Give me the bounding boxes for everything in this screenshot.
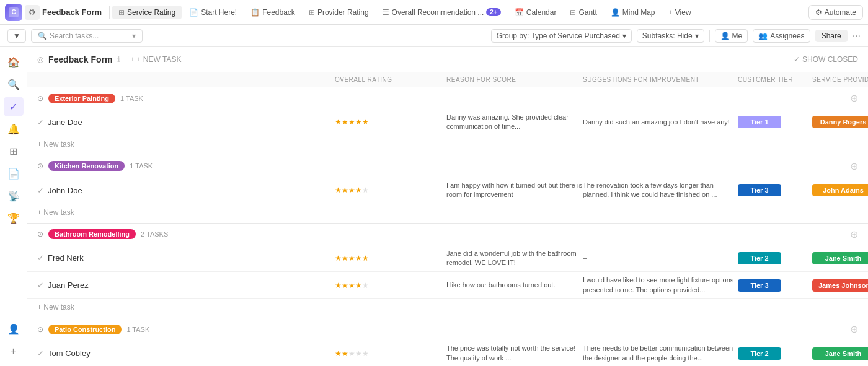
sidebar-item-add[interactable]: + [4, 341, 24, 361]
col-reason: REASON FOR SCORE [446, 76, 583, 83]
collapse-icon[interactable]: ◎ [37, 55, 43, 64]
settings-icon[interactable]: ⚙ [25, 5, 40, 20]
show-closed-label: SHOW CLOSED [802, 55, 858, 64]
section-tag: Bathroom Remodelling [48, 229, 136, 239]
section-header-bathroom-remodelling[interactable]: ⊙ Bathroom Remodelling 2 TASKS ⊕ [27, 224, 868, 245]
tab-mind-map[interactable]: 👤 Mind Map [604, 6, 662, 19]
collapse-icon[interactable]: ⊙ [37, 94, 43, 103]
app-logo[interactable]: C [5, 4, 22, 21]
suggestion-text: I would have liked to see more light fix… [583, 276, 738, 295]
tab-calendar[interactable]: 📅 Calendar [508, 6, 563, 19]
section-add-button[interactable]: ⊕ [850, 160, 858, 172]
check-icon[interactable]: ✓ [37, 253, 44, 263]
collapse-icon[interactable]: ⊙ [37, 325, 43, 334]
section-bathroom-remodelling: ⊙ Bathroom Remodelling 2 TASKS ⊕ ✓ Fred … [27, 224, 868, 319]
tab-label: Start Here! [201, 8, 237, 17]
automate-label: Automate [825, 8, 856, 17]
section-count: 1 TASK [126, 326, 149, 333]
section-add-button[interactable]: ⊕ [850, 92, 858, 104]
assignees-button[interactable]: 👥 Assignees [753, 29, 810, 43]
check-icon[interactable]: ✓ [37, 186, 44, 195]
tab-feedback[interactable]: 📋 Feedback [244, 6, 301, 19]
search-input[interactable]: 🔍 Search tasks... ▾ [31, 29, 143, 43]
table-row: ✓ Tom Cobley ★★★★★ The price was totally… [27, 340, 868, 366]
section-tag: Patio Construction [48, 325, 122, 334]
task-name-cell: ✓ Jane Doe [37, 118, 335, 127]
filter-button[interactable]: ▼ [7, 29, 26, 43]
reason-text: The price was totally not worth the serv… [446, 344, 583, 363]
provider-cell: John Adams [812, 184, 868, 196]
tab-icon: ⊞ [118, 8, 125, 17]
stars-cell: ★★★★★ [335, 118, 446, 126]
task-name[interactable]: Jane Doe [48, 118, 82, 127]
section-header-exterior-painting[interactable]: ⊙ Exterior Painting 1 TASK ⊕ [27, 87, 868, 109]
check-icon[interactable]: ✓ [37, 118, 44, 127]
tier-badge: Tier 1 [738, 116, 781, 128]
task-name[interactable]: Juan Perez [48, 281, 89, 290]
task-name[interactable]: Tom Cobley [48, 349, 91, 358]
provider-cell: Jane Smith [812, 347, 868, 360]
tab-service-rating[interactable]: ⊞ Service Rating [112, 6, 182, 19]
tab-provider-rating[interactable]: ⊞ Provider Rating [303, 6, 375, 19]
content-header: ◎ Feedback Form ℹ + + NEW TASK ✓ SHOW CL… [27, 47, 868, 72]
tier-badge: Tier 2 [738, 252, 781, 264]
tab-icon: 📄 [189, 8, 198, 17]
automate-icon: ⚙ [815, 8, 822, 17]
check-icon[interactable]: ✓ [37, 349, 44, 358]
collapse-icon[interactable]: ⊙ [37, 230, 43, 238]
provider-badge: James Johnson [812, 279, 868, 292]
new-task-button[interactable]: + + NEW TASK [125, 53, 186, 66]
section-header-patio-construction[interactable]: ⊙ Patio Construction 1 TASK ⊕ [27, 318, 868, 340]
more-button[interactable]: ··· [852, 30, 861, 41]
section-count: 2 TASKS [141, 230, 168, 238]
section-tag: Exterior Painting [48, 94, 115, 103]
share-button[interactable]: Share [815, 30, 848, 42]
tier-badge: Tier 2 [738, 347, 781, 360]
section-header-kitchen-renovation[interactable]: ⊙ Kitchen Renovation 1 TASK ⊕ [27, 155, 868, 177]
task-name[interactable]: Fred Nerk [48, 253, 84, 263]
share-label: Share [822, 32, 841, 40]
layout: 🏠 🔍 ✓ 🔔 ⊞ 📄 📡 🏆 👤 + ◎ Feedback Form ℹ + … [0, 47, 868, 366]
sidebar-item-search[interactable]: 🔍 [4, 74, 24, 94]
plus-icon: + [130, 55, 135, 64]
automate-button[interactable]: ⚙ Automate [808, 5, 863, 20]
new-task-link[interactable]: + New task [37, 303, 74, 312]
sidebar-item-home[interactable]: 🏠 [4, 52, 24, 72]
add-view-button[interactable]: + View [662, 6, 697, 19]
section-kitchen-renovation: ⊙ Kitchen Renovation 1 TASK ⊕ ✓ John Doe… [27, 155, 868, 224]
suggestion-text: There needs to be better communication b… [583, 344, 738, 363]
table-header: OVERALL RATING REASON FOR SCORE SUGGESTI… [27, 72, 868, 87]
add-view-label: + View [668, 8, 691, 17]
check-icon[interactable]: ✓ [37, 281, 44, 290]
tab-gantt[interactable]: ⊟ Gantt [564, 6, 603, 19]
check-icon: ✓ [794, 55, 800, 64]
info-icon[interactable]: ℹ [117, 55, 120, 64]
tab-label: Overall Recommendation ... [392, 8, 484, 17]
tab-overall-recommendation[interactable]: ☰ Overall Recommendation ... 2+ [376, 6, 507, 19]
me-button[interactable]: 👤 Me [715, 29, 748, 43]
collapse-icon[interactable]: ⊙ [37, 162, 43, 170]
sidebar-item-notifications[interactable]: 🔔 [4, 119, 24, 139]
tab-start-here[interactable]: 📄 Start Here! [183, 6, 243, 19]
sidebar-item-grid[interactable]: ⊞ [4, 141, 24, 161]
sidebar-item-docs[interactable]: 📄 [4, 163, 24, 183]
tab-icon: 👤 [611, 8, 620, 17]
provider-badge: Jane Smith [812, 347, 868, 360]
sidebar-item-integrations[interactable]: 📡 [4, 186, 24, 206]
assignees-label: Assignees [770, 32, 804, 40]
task-name[interactable]: John Doe [48, 186, 82, 195]
section-add-button[interactable]: ⊕ [850, 229, 858, 240]
sidebar-item-goals[interactable]: 🏆 [4, 208, 24, 228]
show-closed-button[interactable]: ✓ SHOW CLOSED [794, 55, 858, 64]
new-task-link[interactable]: + New task [37, 208, 74, 217]
task-name-cell: ✓ Tom Cobley [37, 349, 335, 358]
group-by-button[interactable]: Group by: Type of Service Purchased ▾ [491, 29, 632, 43]
subtasks-button[interactable]: Subtasks: Hide ▾ [637, 29, 704, 43]
provider-cell: Danny Rogers [812, 116, 868, 128]
sidebar-item-tasks[interactable]: ✓ [4, 97, 24, 116]
new-task-link[interactable]: + New task [37, 140, 74, 149]
sidebar-item-invite[interactable]: 👤 [4, 319, 24, 339]
section-add-button[interactable]: ⊕ [850, 323, 858, 335]
provider-badge: Jane Smith [812, 252, 868, 264]
chevron-down-icon: ▾ [622, 32, 626, 40]
